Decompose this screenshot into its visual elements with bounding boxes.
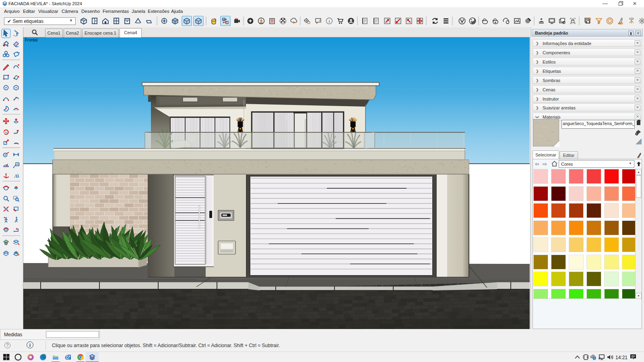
svg-text:A: A (14, 173, 18, 179)
svg-text:A1: A1 (17, 163, 20, 166)
svg-text:14:21: 14:21 (615, 355, 627, 360)
